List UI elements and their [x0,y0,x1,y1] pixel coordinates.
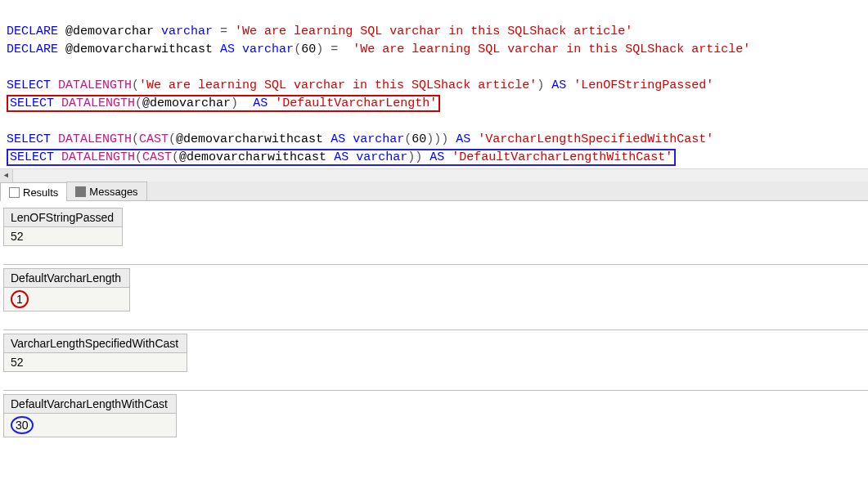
horizontal-scrollbar[interactable]: ◄ [0,168,868,182]
code-line: DECLARE @demovarcharwithcast AS varchar(… [7,43,750,56]
alias-lenofstringpassed: 'LenOFStringPassed' [573,78,713,92]
result-cell[interactable]: 52 [4,227,123,246]
function-datalength: DATALENGTH [58,78,132,92]
code-line: DECLARE @demovarchar varchar = 'We are l… [7,25,632,38]
keyword-declare: DECLARE [7,25,58,38]
result-separator [3,264,868,265]
string-literal: 'We are learning SQL varchar in this SQL… [235,25,632,38]
column-header[interactable]: DefaultVarcharLength [4,269,130,288]
result-grid-2: DefaultVarcharLength 1 [3,268,868,311]
result-cell[interactable]: 1 [4,288,130,311]
alias-defaultvarcharlength: 'DefaultVarcharLength' [275,96,437,110]
result-table[interactable]: DefaultVarcharLength 1 [3,268,130,311]
variable-demovarchar: @demovarchar [65,25,154,38]
code-line: SELECT DATALENGTH(CAST(@demovarcharwithc… [7,132,713,146]
tab-results-label: Results [23,186,58,199]
red-circle-highlight: 1 [11,290,29,308]
blue-circle-highlight: 30 [11,416,34,434]
column-header[interactable]: DefaultVarcharLengthWithCast [4,395,177,414]
result-table[interactable]: VarcharLengthSpecifiedWithCast 52 [3,334,187,372]
result-cell[interactable]: 30 [4,414,177,437]
result-table[interactable]: LenOFStringPassed 52 [3,208,123,246]
results-pane: LenOFStringPassed 52 DefaultVarcharLengt… [0,201,868,464]
column-header[interactable]: VarcharLengthSpecifiedWithCast [4,334,187,353]
result-grid-3: VarcharLengthSpecifiedWithCast 52 [3,334,868,372]
scroll-left-arrow-icon[interactable]: ◄ [0,169,13,182]
sql-editor[interactable]: DECLARE @demovarchar varchar = 'We are l… [0,0,868,168]
result-table[interactable]: DefaultVarcharLengthWithCast 30 [3,394,177,437]
column-header[interactable]: LenOFStringPassed [4,208,123,227]
result-grid-4: DefaultVarcharLengthWithCast 30 [3,394,868,437]
type-varchar: varchar [161,25,213,38]
result-separator [3,329,868,330]
alias-varcharlengthspecified: 'VarcharLengthSpecifiedWithCast' [478,132,713,146]
messages-icon [75,186,86,197]
results-grid-icon [9,187,20,198]
result-grid-1: LenOFStringPassed 52 [3,208,868,246]
highlight-blue-box: SELECT DATALENGTH(CAST(@demovarcharwithc… [7,149,676,166]
result-cell[interactable]: 52 [4,353,187,372]
variable-demovarcharwithcast: @demovarcharwithcast [65,43,213,56]
tab-results[interactable]: Results [0,182,67,201]
highlight-red-box: SELECT DATALENGTH(@demovarchar) AS 'Defa… [7,95,440,112]
results-tab-bar: Results Messages [0,182,868,201]
code-line: SELECT DATALENGTH('We are learning SQL v… [7,78,713,92]
function-cast: CAST [139,132,169,146]
tab-messages-label: Messages [89,186,137,198]
result-separator [3,390,868,391]
tab-messages[interactable]: Messages [66,182,146,200]
alias-defaultvarcharlengthwithcast: 'DefaultVarcharLengthWithCast' [452,150,672,164]
